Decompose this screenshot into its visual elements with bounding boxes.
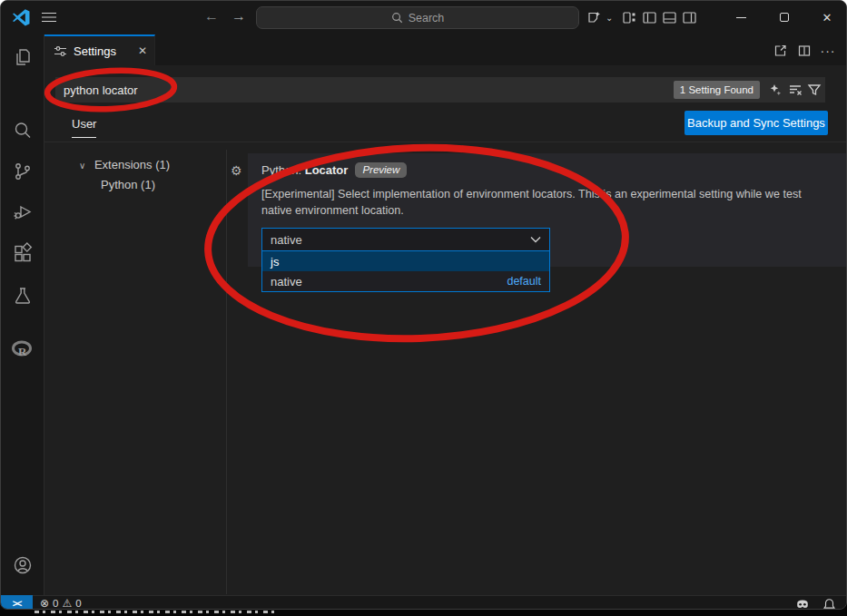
- maximize-icon: [780, 13, 789, 22]
- testing-beaker-icon: [12, 285, 34, 307]
- status-bar: >< ⊗ 0 ⚠ 0: [1, 595, 847, 610]
- ellipsis-icon: ···: [821, 44, 836, 58]
- customize-layout-button[interactable]: [622, 10, 637, 29]
- problems-status-button[interactable]: ⊗ 0 ⚠ 0: [40, 596, 82, 610]
- panel-bottom-icon: [662, 10, 677, 25]
- more-actions-button[interactable]: ···: [819, 43, 837, 59]
- backup-sync-settings-button[interactable]: Backup and Sync Settings: [684, 111, 828, 135]
- toggle-panel-button[interactable]: [662, 10, 677, 29]
- setting-description: [Experimental] Select implementation of …: [261, 186, 817, 219]
- r-language-icon: R: [11, 338, 34, 360]
- tab-label: Settings: [74, 44, 116, 58]
- source-control-icon: [12, 161, 34, 182]
- clipped-text-marks: [34, 611, 278, 613]
- tab-close-button[interactable]: ✕: [138, 44, 147, 57]
- open-json-icon: [773, 44, 787, 58]
- option-label: native: [271, 275, 302, 288]
- search-icon: [391, 12, 403, 24]
- search-label: Search: [409, 12, 445, 24]
- settings-search: 1 Setting Found: [55, 77, 825, 103]
- panel-left-icon: [642, 10, 657, 25]
- toc-separator[interactable]: [226, 150, 227, 594]
- setting-select[interactable]: native: [261, 228, 550, 251]
- sidebar-item-r-language[interactable]: R: [1, 334, 44, 365]
- sidebar-item-explorer[interactable]: [1, 42, 44, 73]
- nav-forward-button[interactable]: →: [231, 8, 246, 24]
- layout-icon: [622, 10, 637, 25]
- activity-bar: R ⚙: [1, 34, 44, 595]
- remote-icon: ><: [13, 599, 22, 609]
- notifications-bell-button[interactable]: [823, 597, 835, 610]
- split-editor-icon: [797, 44, 812, 58]
- extensions-icon: [12, 242, 34, 264]
- minimize-button[interactable]: [727, 6, 754, 28]
- option-js[interactable]: js: [262, 251, 549, 271]
- filter-settings-button[interactable]: [806, 82, 822, 98]
- sidebar-item-search[interactable]: [1, 115, 44, 146]
- vscode-window: ← → Search ⌄: [0, 0, 847, 610]
- ai-search-button[interactable]: [767, 82, 783, 98]
- toc-item-extensions[interactable]: ∨ Extensions (1): [79, 158, 170, 171]
- copilot-icon: [795, 598, 810, 611]
- remote-indicator-button[interactable]: ><: [1, 595, 33, 610]
- setting-title-name: Locator: [305, 163, 349, 177]
- option-label: js: [271, 255, 279, 269]
- results-count-badge: 1 Setting Found: [674, 81, 760, 99]
- preview-badge: Preview: [355, 162, 407, 178]
- copilot-icon: [586, 9, 603, 25]
- filter-funnel-icon: [807, 83, 822, 97]
- header-divider: [44, 142, 847, 142]
- option-native[interactable]: native default: [262, 271, 549, 291]
- settings-sliders-icon: [54, 44, 67, 58]
- explorer-icon: [12, 46, 34, 68]
- toggle-secondary-sidebar-button[interactable]: [682, 10, 697, 29]
- error-count: 0: [53, 598, 58, 609]
- clear-filter-icon: [788, 83, 803, 97]
- clear-settings-search-button[interactable]: [787, 82, 803, 98]
- chevron-down-icon: ⌄: [606, 13, 613, 23]
- gear-icon: ⚙: [231, 163, 242, 178]
- warning-count: 0: [75, 598, 81, 609]
- select-dropdown-list: js native default: [261, 251, 550, 292]
- title-bar: ← → Search ⌄: [1, 1, 846, 34]
- nav-back-button[interactable]: ←: [204, 8, 219, 24]
- copilot-status-button[interactable]: [795, 597, 810, 610]
- toc-label: Python (1): [101, 178, 155, 191]
- hamburger-icon: [41, 10, 57, 24]
- close-window-button[interactable]: ✕: [813, 6, 841, 28]
- chevron-down-icon: [530, 236, 541, 243]
- sidebar-item-run-debug[interactable]: [1, 197, 44, 228]
- toc-label: Extensions (1): [94, 158, 170, 171]
- account-icon: [12, 554, 34, 576]
- run-debug-icon: [12, 201, 34, 223]
- account-button[interactable]: [1, 550, 44, 581]
- select-value: native: [271, 233, 302, 247]
- close-icon: ✕: [822, 11, 832, 24]
- split-editor-button[interactable]: [795, 43, 813, 59]
- tab-bar: Settings ✕ ···: [44, 34, 847, 65]
- vscode-logo-icon: [12, 8, 31, 27]
- sparkle-icon: [768, 83, 783, 97]
- setting-title-prefix: Python:: [261, 163, 305, 177]
- tab-settings[interactable]: Settings ✕: [44, 34, 155, 65]
- settings-editor: 1 Setting Found: [44, 65, 847, 595]
- minimize-icon: [736, 17, 746, 18]
- sidebar-item-extensions[interactable]: [1, 238, 44, 269]
- search-icon: [12, 120, 34, 142]
- tab-user-scope[interactable]: User: [72, 117, 96, 138]
- open-settings-json-button[interactable]: [771, 43, 789, 59]
- sidebar-item-source-control[interactable]: [1, 156, 44, 187]
- toggle-primary-sidebar-button[interactable]: [642, 10, 657, 29]
- command-center-search[interactable]: Search: [256, 6, 579, 29]
- sidebar-item-testing[interactable]: [1, 280, 44, 311]
- copilot-menu-button[interactable]: ⌄: [586, 9, 613, 25]
- menu-button[interactable]: [41, 10, 59, 24]
- setting-gear-button[interactable]: ⚙: [231, 163, 242, 178]
- bell-icon: [823, 598, 835, 611]
- error-icon: ⊗: [40, 597, 49, 610]
- forward-icon: →: [231, 8, 246, 24]
- chevron-down-icon: ∨: [79, 161, 85, 171]
- maximize-button[interactable]: [771, 6, 798, 28]
- toc-item-python[interactable]: Python (1): [101, 178, 155, 191]
- panel-right-icon: [682, 10, 697, 25]
